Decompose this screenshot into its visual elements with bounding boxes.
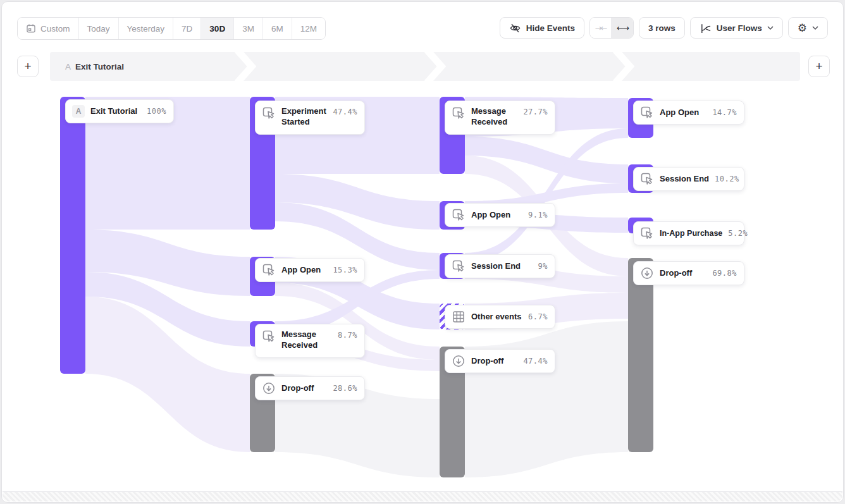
range-label: Custom	[40, 24, 70, 34]
view-type-button[interactable]: User Flows	[690, 17, 783, 39]
flow-node-in-app-purchase[interactable]: In-App Purchase 5.2%	[633, 221, 744, 245]
event-icon	[640, 172, 654, 186]
settings-button[interactable]: ⚙	[788, 17, 828, 39]
range-3m-button[interactable]: 3M	[234, 18, 263, 39]
range-label: 7D	[182, 24, 192, 34]
event-icon	[640, 106, 654, 120]
node-label: App Open	[660, 108, 699, 118]
node-percentage: 100%	[147, 107, 166, 116]
flow-node-session-end[interactable]: Session End 9%	[445, 254, 555, 278]
collapse-arrows-icon: →←	[595, 23, 607, 33]
flow-step-badge: A	[65, 62, 71, 71]
gear-icon: ⚙	[798, 23, 807, 34]
step-header-band[interactable]	[50, 52, 800, 81]
view-toolbar: Hide Events →← ←→ 3 rows User Flows ⚙	[500, 17, 828, 39]
event-icon	[262, 106, 276, 120]
flow-node-message-received[interactable]: Message Received 27.7%	[445, 101, 555, 135]
node-label: Session End	[660, 174, 709, 185]
flow-node-other-events[interactable]: Other events 6.7%	[445, 305, 555, 329]
flow-node-app-open[interactable]: App Open 15.3%	[255, 258, 365, 282]
node-percentage: 5.2%	[728, 229, 748, 238]
node-label: Experiment Started	[281, 106, 327, 128]
drop-off-icon	[452, 354, 466, 368]
rows-label: 3 rows	[648, 23, 675, 33]
node-label: Drop-off	[471, 356, 503, 367]
node-label: Session End	[471, 261, 521, 272]
flow-node-drop-off[interactable]: Drop-off 47.4%	[445, 349, 555, 373]
flow-node-exit-tutorial[interactable]: A Exit Tutorial 100%	[65, 99, 174, 123]
flow-node-session-end[interactable]: Session End 10.2%	[633, 167, 744, 191]
node-a-badge: A	[72, 105, 85, 118]
event-icon	[452, 259, 466, 273]
node-percentage: 15.3%	[333, 266, 357, 274]
flow-node-app-open[interactable]: App Open 9.1%	[445, 203, 555, 227]
node-percentage: 6.7%	[528, 312, 548, 321]
hide-events-button[interactable]: Hide Events	[500, 17, 584, 39]
view-type-label: User Flows	[717, 23, 762, 33]
spacing-segmented-control: →← ←→	[589, 17, 634, 39]
range-6m-button[interactable]: 6M	[263, 18, 292, 39]
eye-off-icon	[509, 22, 521, 34]
grid-icon	[452, 310, 466, 324]
node-percentage: 47.4%	[333, 108, 357, 116]
flow-node-app-open[interactable]: App Open 14.7%	[633, 101, 744, 125]
range-yesterday-button[interactable]: Yesterday	[119, 18, 174, 39]
flow-ribbon[interactable]	[465, 321, 628, 477]
node-percentage: 9%	[538, 262, 548, 271]
flow-step-label[interactable]: A Exit Tutorial	[65, 52, 124, 81]
node-percentage: 10.2%	[715, 175, 739, 183]
range-label: 6M	[271, 24, 283, 34]
flow-node-message-received[interactable]: Message Received 8.7%	[255, 324, 365, 358]
node-label: App Open	[471, 210, 510, 221]
event-icon	[262, 263, 276, 277]
add-step-right-button[interactable]: +	[808, 56, 830, 77]
rows-button[interactable]: 3 rows	[639, 17, 685, 39]
node-label: Drop-off	[281, 383, 314, 394]
event-icon	[452, 106, 466, 120]
flow-node-experiment-started[interactable]: Experiment Started 47.4%	[255, 101, 365, 135]
node-label: Drop-off	[660, 268, 692, 279]
node-label: In-App Purchase	[660, 228, 722, 238]
node-label: Message Received	[281, 329, 332, 351]
plus-icon: +	[815, 59, 822, 73]
drop-off-icon	[640, 266, 654, 280]
horizontal-scrollbar-track[interactable]	[3, 491, 842, 501]
range-custom-button[interactable]: Custom	[18, 18, 79, 39]
range-7d-button[interactable]: 7D	[173, 18, 201, 39]
node-percentage: 27.7%	[523, 108, 548, 116]
node-bar-exit-tutorial[interactable]	[60, 97, 85, 374]
node-percentage: 14.7%	[712, 108, 737, 117]
node-label: App Open	[281, 265, 321, 276]
range-label: Yesterday	[127, 24, 165, 34]
date-range-segmented-control: Custom Today Yesterday 7D 30D 3M 6M 12M	[17, 17, 326, 40]
range-30d-button[interactable]: 30D	[201, 18, 234, 39]
plus-icon: +	[24, 59, 31, 73]
app-panel: Custom Today Yesterday 7D 30D 3M 6M 12M …	[1, 1, 844, 503]
node-percentage: 47.4%	[523, 357, 548, 366]
node-percentage: 28.6%	[333, 384, 357, 393]
node-percentage: 69.8%	[712, 269, 737, 278]
range-label: 30D	[209, 24, 225, 34]
user-flows-icon	[700, 22, 712, 34]
range-12m-button[interactable]: 12M	[292, 18, 325, 39]
flow-node-drop-off[interactable]: Drop-off 28.6%	[255, 376, 365, 400]
event-icon	[452, 208, 466, 222]
node-bar-drop-off-4[interactable]	[628, 258, 653, 452]
range-today-button[interactable]: Today	[79, 18, 119, 39]
node-label: Message Received	[471, 106, 517, 128]
event-icon	[640, 226, 654, 240]
node-label: Exit Tutorial	[90, 106, 137, 117]
expand-columns-button[interactable]: ←→	[612, 18, 633, 38]
flow-step-name: Exit Tutorial	[75, 62, 124, 71]
flow-node-drop-off[interactable]: Drop-off 69.8%	[633, 261, 744, 285]
node-percentage: 8.7%	[338, 331, 357, 340]
user-flows-screen: Custom Today Yesterday 7D 30D 3M 6M 12M …	[0, 0, 845, 504]
node-label: Other events	[471, 312, 521, 323]
collapse-columns-button[interactable]: →←	[590, 18, 612, 38]
drop-off-icon	[262, 381, 276, 395]
calendar-icon	[26, 23, 36, 34]
range-label: 12M	[300, 24, 317, 34]
add-step-left-button[interactable]: +	[17, 56, 39, 77]
date-range-toolbar: Custom Today Yesterday 7D 30D 3M 6M 12M	[17, 17, 326, 40]
chevron-down-icon	[812, 26, 818, 30]
